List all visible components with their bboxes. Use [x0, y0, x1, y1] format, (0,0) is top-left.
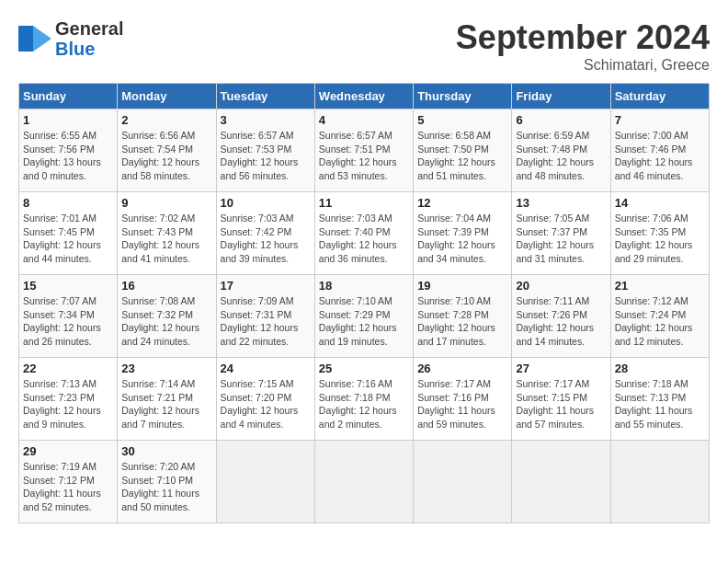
svg-marker-1 — [33, 26, 51, 52]
day-number: 2 — [121, 113, 211, 127]
day-number: 16 — [121, 279, 211, 293]
table-cell: 28Sunrise: 7:18 AMSunset: 7:13 PMDayligh… — [610, 358, 709, 441]
day-info: Sunrise: 6:58 AMSunset: 7:50 PMDaylight:… — [417, 129, 507, 183]
day-info: Sunrise: 7:08 AMSunset: 7:32 PMDaylight:… — [121, 294, 211, 349]
table-cell: 26Sunrise: 7:17 AMSunset: 7:16 PMDayligh… — [414, 358, 512, 441]
day-info: Sunrise: 7:17 AMSunset: 7:15 PMDaylight:… — [516, 377, 606, 431]
calendar-row: 1Sunrise: 6:55 AMSunset: 7:56 PMDaylight… — [19, 109, 710, 192]
day-number: 20 — [516, 279, 606, 293]
day-number: 3 — [221, 113, 311, 127]
svg-rect-0 — [18, 26, 33, 52]
day-number: 12 — [417, 196, 507, 210]
table-cell: 25Sunrise: 7:16 AMSunset: 7:18 PMDayligh… — [314, 358, 413, 441]
day-number: 26 — [417, 362, 507, 375]
table-cell: 29Sunrise: 7:19 AMSunset: 7:12 PMDayligh… — [19, 441, 118, 523]
table-cell: 22Sunrise: 7:13 AMSunset: 7:23 PMDayligh… — [19, 358, 118, 441]
logo-text-blue: Blue — [55, 39, 123, 59]
location: Schimatari, Greece — [456, 57, 710, 74]
day-info: Sunrise: 7:03 AMSunset: 7:42 PMDaylight:… — [221, 212, 311, 266]
table-cell: 15Sunrise: 7:07 AMSunset: 7:34 PMDayligh… — [19, 275, 118, 358]
table-cell: 2Sunrise: 6:56 AMSunset: 7:54 PMDaylight… — [118, 109, 216, 192]
day-info: Sunrise: 7:10 AMSunset: 7:28 PMDaylight:… — [417, 294, 507, 349]
day-info: Sunrise: 7:04 AMSunset: 7:39 PMDaylight:… — [417, 212, 507, 266]
day-info: Sunrise: 6:55 AMSunset: 7:56 PMDaylight:… — [23, 129, 113, 183]
calendar-row: 15Sunrise: 7:07 AMSunset: 7:34 PMDayligh… — [19, 275, 710, 358]
day-info: Sunrise: 7:14 AMSunset: 7:21 PMDaylight:… — [121, 377, 211, 431]
table-cell: 3Sunrise: 6:57 AMSunset: 7:53 PMDaylight… — [216, 109, 314, 192]
table-cell: 24Sunrise: 7:15 AMSunset: 7:20 PMDayligh… — [216, 358, 314, 441]
day-info: Sunrise: 6:57 AMSunset: 7:53 PMDaylight:… — [221, 129, 311, 183]
table-cell: 30Sunrise: 7:20 AMSunset: 7:10 PMDayligh… — [118, 441, 216, 523]
header-sunday: Sunday — [19, 84, 118, 109]
day-info: Sunrise: 7:02 AMSunset: 7:43 PMDaylight:… — [121, 212, 211, 266]
table-cell — [216, 441, 314, 523]
table-cell: 12Sunrise: 7:04 AMSunset: 7:39 PMDayligh… — [414, 192, 512, 275]
day-info: Sunrise: 7:18 AMSunset: 7:13 PMDaylight:… — [615, 377, 705, 431]
month-title: September 2024 — [456, 18, 710, 57]
table-cell — [414, 441, 512, 523]
day-number: 25 — [319, 362, 409, 375]
day-info: Sunrise: 7:17 AMSunset: 7:16 PMDaylight:… — [417, 377, 507, 431]
header-wednesday: Wednesday — [314, 84, 413, 109]
table-cell: 18Sunrise: 7:10 AMSunset: 7:29 PMDayligh… — [314, 275, 413, 358]
table-cell — [512, 441, 610, 523]
table-cell: 16Sunrise: 7:08 AMSunset: 7:32 PMDayligh… — [118, 275, 216, 358]
day-info: Sunrise: 7:01 AMSunset: 7:45 PMDaylight:… — [23, 212, 113, 266]
day-info: Sunrise: 7:00 AMSunset: 7:46 PMDaylight:… — [615, 129, 705, 183]
calendar-header-row: Sunday Monday Tuesday Wednesday Thursday… — [19, 84, 710, 109]
day-number: 4 — [319, 113, 409, 127]
day-info: Sunrise: 7:16 AMSunset: 7:18 PMDaylight:… — [319, 377, 409, 431]
table-cell: 5Sunrise: 6:58 AMSunset: 7:50 PMDaylight… — [414, 109, 512, 192]
day-info: Sunrise: 6:57 AMSunset: 7:51 PMDaylight:… — [319, 129, 409, 183]
day-info: Sunrise: 7:20 AMSunset: 7:10 PMDaylight:… — [121, 460, 211, 514]
day-info: Sunrise: 6:59 AMSunset: 7:48 PMDaylight:… — [516, 129, 606, 183]
day-number: 22 — [23, 362, 113, 375]
day-number: 19 — [417, 279, 507, 293]
table-cell: 4Sunrise: 6:57 AMSunset: 7:51 PMDaylight… — [314, 109, 413, 192]
day-info: Sunrise: 7:10 AMSunset: 7:29 PMDaylight:… — [319, 294, 409, 349]
day-number: 13 — [516, 196, 606, 210]
table-cell: 23Sunrise: 7:14 AMSunset: 7:21 PMDayligh… — [118, 358, 216, 441]
header-monday: Monday — [118, 84, 216, 109]
table-cell: 7Sunrise: 7:00 AMSunset: 7:46 PMDaylight… — [610, 109, 709, 192]
day-number: 17 — [221, 279, 311, 293]
page-header: General Blue September 2024 Schimatari, … — [18, 18, 710, 74]
table-cell: 17Sunrise: 7:09 AMSunset: 7:31 PMDayligh… — [216, 275, 314, 358]
table-cell: 10Sunrise: 7:03 AMSunset: 7:42 PMDayligh… — [216, 192, 314, 275]
day-number: 30 — [121, 444, 211, 458]
logo: General Blue — [18, 18, 123, 59]
day-info: Sunrise: 7:05 AMSunset: 7:37 PMDaylight:… — [516, 212, 606, 266]
day-number: 6 — [516, 113, 606, 127]
day-info: Sunrise: 7:12 AMSunset: 7:24 PMDaylight:… — [615, 294, 705, 349]
day-number: 9 — [121, 196, 211, 210]
table-cell: 13Sunrise: 7:05 AMSunset: 7:37 PMDayligh… — [512, 192, 610, 275]
day-number: 1 — [23, 113, 113, 127]
calendar-table: Sunday Monday Tuesday Wednesday Thursday… — [18, 83, 710, 523]
day-info: Sunrise: 7:07 AMSunset: 7:34 PMDaylight:… — [23, 294, 113, 349]
day-number: 10 — [221, 196, 311, 210]
header-friday: Friday — [512, 84, 610, 109]
day-number: 24 — [221, 362, 311, 375]
day-number: 15 — [23, 279, 113, 293]
table-cell: 6Sunrise: 6:59 AMSunset: 7:48 PMDaylight… — [512, 109, 610, 192]
day-number: 21 — [615, 279, 705, 293]
day-number: 5 — [417, 113, 507, 127]
table-cell: 1Sunrise: 6:55 AMSunset: 7:56 PMDaylight… — [19, 109, 118, 192]
table-cell: 20Sunrise: 7:11 AMSunset: 7:26 PMDayligh… — [512, 275, 610, 358]
day-number: 28 — [615, 362, 705, 375]
day-number: 14 — [615, 196, 705, 210]
calendar-row: 8Sunrise: 7:01 AMSunset: 7:45 PMDaylight… — [19, 192, 710, 275]
day-number: 29 — [23, 444, 113, 458]
day-info: Sunrise: 7:06 AMSunset: 7:35 PMDaylight:… — [615, 212, 705, 266]
day-info: Sunrise: 6:56 AMSunset: 7:54 PMDaylight:… — [121, 129, 211, 183]
header-saturday: Saturday — [610, 84, 709, 109]
calendar-row: 29Sunrise: 7:19 AMSunset: 7:12 PMDayligh… — [19, 441, 710, 523]
day-number: 11 — [319, 196, 409, 210]
table-cell — [314, 441, 413, 523]
table-cell: 11Sunrise: 7:03 AMSunset: 7:40 PMDayligh… — [314, 192, 413, 275]
day-info: Sunrise: 7:13 AMSunset: 7:23 PMDaylight:… — [23, 377, 113, 431]
table-cell: 27Sunrise: 7:17 AMSunset: 7:15 PMDayligh… — [512, 358, 610, 441]
day-info: Sunrise: 7:11 AMSunset: 7:26 PMDaylight:… — [516, 294, 606, 349]
day-number: 8 — [23, 196, 113, 210]
day-number: 18 — [319, 279, 409, 293]
